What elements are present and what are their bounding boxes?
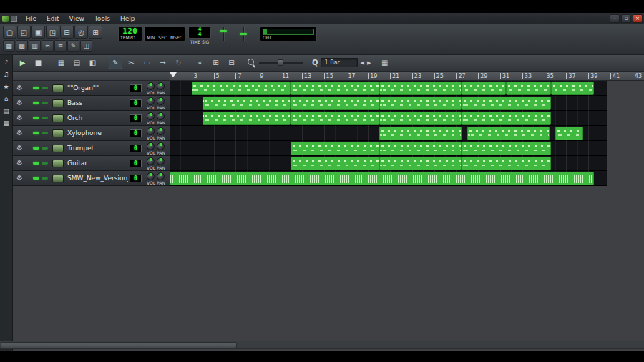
gear-icon[interactable]: ⚙: [16, 129, 25, 137]
root-folder-icon[interactable]: ▤: [2, 107, 11, 115]
track-number-display[interactable]: 0: [130, 114, 142, 122]
pattern-segment[interactable]: [291, 82, 379, 95]
track-name[interactable]: Guitar: [67, 160, 128, 167]
stop-button[interactable]: ■: [31, 57, 45, 69]
play-button[interactable]: ▶: [16, 57, 29, 69]
track-name[interactable]: ""Organ"": [67, 84, 128, 92]
song-editor-toggle[interactable]: ▦: [3, 40, 15, 52]
volume-knob[interactable]: [147, 142, 155, 150]
new-project-button[interactable]: ▢: [3, 26, 16, 39]
solo-led[interactable]: [42, 177, 48, 180]
menu-help[interactable]: Help: [115, 13, 140, 24]
menu-file[interactable]: File: [21, 13, 42, 24]
track-number-display[interactable]: 0: [130, 175, 142, 182]
track-name[interactable]: SMW_New_Version_: [67, 175, 128, 182]
gear-icon[interactable]: ⚙: [16, 174, 25, 182]
project-properties-button[interactable]: ⊞: [89, 26, 102, 39]
mute-led[interactable]: [33, 87, 39, 89]
track-number-display[interactable]: 0: [130, 99, 142, 107]
playhead-marker[interactable]: [170, 72, 177, 77]
pattern-segment[interactable]: [291, 112, 379, 125]
pan-knob[interactable]: [157, 172, 165, 180]
pattern-segment[interactable]: [462, 82, 506, 95]
insert-bar-button[interactable]: ⊞: [209, 57, 223, 69]
knife-mode-button[interactable]: ✂: [125, 57, 138, 69]
horizontal-scrollbar-thumb[interactable]: [1, 342, 237, 348]
pattern-segment[interactable]: [291, 157, 379, 170]
volume-knob[interactable]: [147, 112, 155, 120]
piano-roll-toggle[interactable]: ▥: [29, 40, 41, 52]
menu-tools[interactable]: Tools: [89, 13, 115, 24]
close-button[interactable]: ×: [633, 14, 643, 23]
timeline-zoom-value[interactable]: 1 Bar: [321, 58, 358, 67]
project-notes-toggle[interactable]: ✎: [67, 40, 79, 52]
bb-editor-toggle[interactable]: ▩: [16, 40, 28, 52]
pattern-segment[interactable]: [291, 97, 379, 110]
samples-icon[interactable]: ♫: [2, 70, 11, 79]
track-name[interactable]: Bass: [67, 99, 128, 107]
pan-knob[interactable]: [157, 112, 165, 120]
import-button[interactable]: ⊟: [60, 26, 74, 39]
pattern-segment[interactable]: [462, 142, 551, 155]
pattern-segment[interactable]: [379, 97, 462, 110]
zoom-slider-thumb[interactable]: [278, 59, 283, 66]
track-name[interactable]: Trumpet: [67, 145, 128, 152]
pan-knob[interactable]: [157, 157, 165, 165]
volume-knob[interactable]: [147, 172, 155, 180]
track-name[interactable]: Xylophone: [67, 129, 128, 137]
pan-knob[interactable]: [157, 97, 165, 105]
child-window-icon[interactable]: [11, 16, 17, 22]
gear-icon[interactable]: ⚙: [16, 159, 25, 167]
volume-knob[interactable]: [147, 157, 155, 165]
volume-knob[interactable]: [147, 82, 155, 90]
zoom-decrease-arrow[interactable]: ◀: [361, 60, 364, 66]
master-volume-handle[interactable]: [220, 30, 227, 32]
track-number-display[interactable]: 0: [130, 145, 142, 152]
pattern-segment[interactable]: [379, 127, 462, 140]
computer-icon[interactable]: ▦: [2, 119, 11, 127]
menu-view[interactable]: View: [64, 13, 89, 24]
menu-edit[interactable]: Edit: [42, 13, 64, 24]
solo-led[interactable]: [42, 147, 48, 150]
loop-mode-button[interactable]: ↻: [172, 57, 185, 69]
tempo-value[interactable]: 120: [119, 27, 142, 35]
move-mode-button[interactable]: →: [156, 57, 170, 69]
zoom-increase-arrow[interactable]: ▶: [367, 60, 371, 66]
pattern-segment[interactable]: [462, 97, 551, 110]
mute-led[interactable]: [33, 147, 39, 150]
restore-button[interactable]: ▫: [621, 14, 631, 23]
master-pitch-slider[interactable]: [238, 27, 248, 41]
tempo-display[interactable]: 120 TEMPO: [118, 26, 142, 41]
master-pitch-handle[interactable]: [240, 33, 247, 35]
minimize-button[interactable]: –: [610, 14, 620, 23]
home-icon[interactable]: ⌂: [2, 94, 11, 103]
zoom-slider[interactable]: [259, 59, 303, 66]
export-project-button[interactable]: ◳: [46, 26, 59, 39]
select-mode-button[interactable]: ▭: [140, 57, 154, 69]
solo-led[interactable]: [42, 87, 48, 89]
solo-led[interactable]: [42, 132, 48, 134]
save-project-button[interactable]: ▣: [31, 26, 45, 39]
pattern-segment[interactable]: [291, 142, 379, 155]
track-number-display[interactable]: 0: [130, 129, 142, 137]
solo-led[interactable]: [42, 162, 48, 165]
volume-knob[interactable]: [147, 127, 155, 135]
pattern-segment[interactable]: [379, 157, 462, 170]
pattern-segment[interactable]: [551, 82, 594, 95]
solo-led[interactable]: [42, 102, 48, 104]
add-sample-track-button[interactable]: ▤: [70, 57, 84, 69]
timesig-denominator[interactable]: 4: [189, 32, 210, 37]
bb-grid-button[interactable]: ▦: [378, 57, 391, 69]
open-project-button[interactable]: ◰: [17, 26, 31, 39]
gear-icon[interactable]: ⚙: [16, 114, 25, 122]
pattern-segment[interactable]: [462, 157, 551, 170]
instruments-icon[interactable]: ♪: [2, 58, 11, 67]
pattern-segment[interactable]: [379, 142, 462, 155]
automation-editor-toggle[interactable]: ≈: [42, 40, 54, 52]
pattern-segment[interactable]: [555, 127, 583, 140]
back-to-start-button[interactable]: «: [193, 57, 207, 69]
track-name[interactable]: Orch: [67, 114, 128, 122]
pan-knob[interactable]: [157, 82, 165, 90]
pattern-segment[interactable]: [192, 82, 291, 95]
pattern-segment[interactable]: [462, 112, 551, 125]
